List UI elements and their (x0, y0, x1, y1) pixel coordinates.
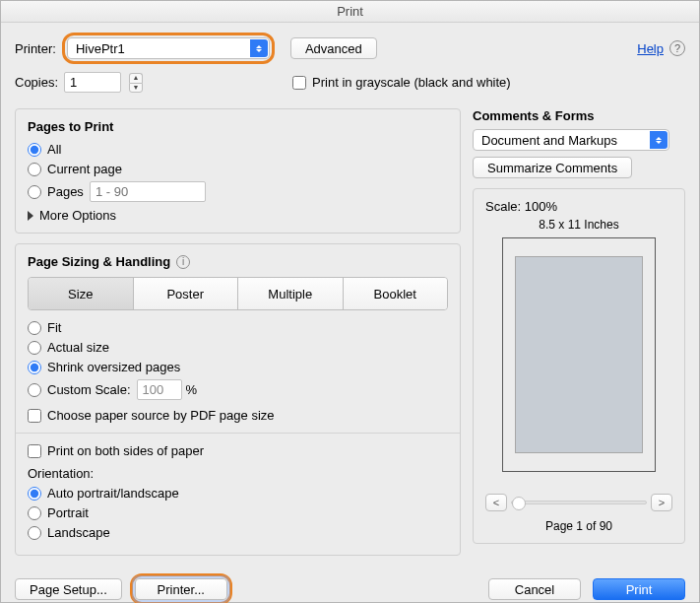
more-options-label: More Options (39, 208, 116, 223)
radio-fit-row[interactable]: Fit (28, 320, 448, 335)
radio-all-label: All (47, 142, 61, 157)
disclosure-icon (28, 211, 33, 221)
duplex-row[interactable]: Print on both sides of paper (28, 443, 448, 458)
radio-landscape-label: Landscape (47, 525, 110, 540)
page-slider[interactable] (511, 501, 647, 504)
radio-shrink[interactable] (28, 361, 41, 374)
radio-fit[interactable] (28, 321, 41, 335)
page-sizing-group: Page Sizing & Handling i Size Poster Mul… (15, 243, 461, 556)
seg-size[interactable]: Size (29, 278, 134, 309)
preview-dimensions: 8.5 x 11 Inches (485, 218, 672, 232)
radio-actual-label: Actual size (47, 340, 109, 355)
radio-custom[interactable] (28, 383, 41, 397)
sizing-title: Page Sizing & Handling (28, 254, 170, 269)
grayscale-checkbox-row[interactable]: Print in grayscale (black and white) (292, 75, 511, 90)
choose-paper-label: Choose paper source by PDF page size (47, 408, 275, 423)
chevron-updown-icon (250, 39, 268, 57)
advanced-button[interactable]: Advanced (290, 37, 377, 59)
seg-booklet[interactable]: Booklet (344, 278, 448, 309)
radio-actual-row[interactable]: Actual size (28, 340, 448, 355)
custom-scale-input[interactable] (137, 379, 182, 400)
orientation-title: Orientation: (28, 466, 448, 481)
page-count-label: Page 1 of 90 (485, 519, 672, 533)
radio-current-row[interactable]: Current page (28, 162, 448, 176)
stepper-up-icon[interactable]: ▲ (129, 73, 143, 83)
radio-custom-label: Custom Scale: (47, 382, 131, 397)
radio-shrink-label: Shrink oversized pages (47, 360, 180, 374)
page-preview (502, 237, 656, 472)
help-icon[interactable]: ? (669, 40, 685, 56)
choose-paper-row[interactable]: Choose paper source by PDF page size (28, 408, 448, 423)
copies-stepper[interactable]: ▲ ▼ (129, 73, 143, 93)
radio-custom-row[interactable]: Custom Scale: % (28, 379, 448, 400)
radio-pages[interactable] (28, 185, 41, 199)
radio-actual[interactable] (28, 341, 41, 355)
copies-input[interactable] (64, 72, 121, 93)
more-options-toggle[interactable]: More Options (28, 208, 448, 223)
help-link[interactable]: Help (637, 41, 664, 56)
radio-auto-label: Auto portrait/landscape (47, 486, 179, 501)
grayscale-checkbox[interactable] (292, 76, 306, 90)
radio-all[interactable] (28, 143, 41, 157)
page-preview-inner (515, 256, 643, 453)
radio-current-label: Current page (47, 162, 122, 176)
comments-select-value: Document and Markups (481, 133, 617, 148)
radio-fit-label: Fit (47, 320, 61, 335)
window-title: Print (1, 1, 699, 23)
seg-poster[interactable]: Poster (134, 278, 239, 309)
seg-multiple[interactable]: Multiple (238, 278, 344, 309)
radio-auto[interactable] (28, 487, 41, 501)
highlight-printer-button: Printer... (130, 573, 232, 603)
radio-auto-row[interactable]: Auto portrait/landscape (28, 486, 448, 501)
cancel-button[interactable]: Cancel (488, 578, 581, 600)
pages-to-print-group: Pages to Print All Current page Pages (15, 108, 461, 234)
sizing-segmented: Size Poster Multiple Booklet (28, 277, 448, 310)
radio-pages-row[interactable]: Pages (28, 181, 448, 202)
next-page-button[interactable]: > (651, 494, 672, 511)
radio-portrait-row[interactable]: Portrait (28, 505, 448, 520)
radio-portrait-label: Portrait (47, 505, 89, 520)
highlight-printer-select: HivePtr1 (62, 33, 275, 64)
page-setup-button[interactable]: Page Setup... (15, 578, 122, 600)
radio-portrait[interactable] (28, 506, 41, 520)
prev-page-button[interactable]: < (485, 494, 507, 511)
printer-label: Printer: (15, 41, 56, 56)
pages-range-input[interactable] (90, 181, 206, 202)
radio-current[interactable] (28, 163, 41, 176)
stepper-down-icon[interactable]: ▼ (129, 83, 143, 93)
radio-shrink-row[interactable]: Shrink oversized pages (28, 360, 448, 374)
printer-select[interactable]: HivePtr1 (67, 37, 270, 59)
copies-label: Copies: (15, 75, 58, 90)
slider-thumb-icon[interactable] (512, 497, 526, 510)
info-icon[interactable]: i (176, 255, 190, 269)
summarize-comments-button[interactable]: Summarize Comments (473, 157, 632, 178)
radio-pages-label: Pages (47, 184, 84, 199)
printer-button[interactable]: Printer... (135, 578, 227, 600)
print-button[interactable]: Print (593, 578, 685, 600)
comments-title: Comments & Forms (473, 108, 685, 123)
printer-select-value: HivePtr1 (76, 41, 125, 56)
radio-landscape-row[interactable]: Landscape (28, 525, 448, 540)
comments-select[interactable]: Document and Markups (473, 129, 669, 151)
scale-label: Scale: 100% (485, 199, 672, 214)
duplex-checkbox[interactable] (28, 444, 41, 458)
grayscale-label: Print in grayscale (black and white) (312, 75, 511, 90)
pages-title: Pages to Print (28, 119, 448, 134)
choose-paper-checkbox[interactable] (28, 409, 41, 423)
radio-landscape[interactable] (28, 526, 41, 540)
radio-all-row[interactable]: All (28, 142, 448, 157)
chevron-updown-icon (650, 131, 668, 149)
custom-scale-pct: % (186, 382, 198, 397)
duplex-label: Print on both sides of paper (47, 443, 204, 458)
print-dialog: Print Printer: HivePtr1 Advanced Help ? (0, 0, 700, 603)
